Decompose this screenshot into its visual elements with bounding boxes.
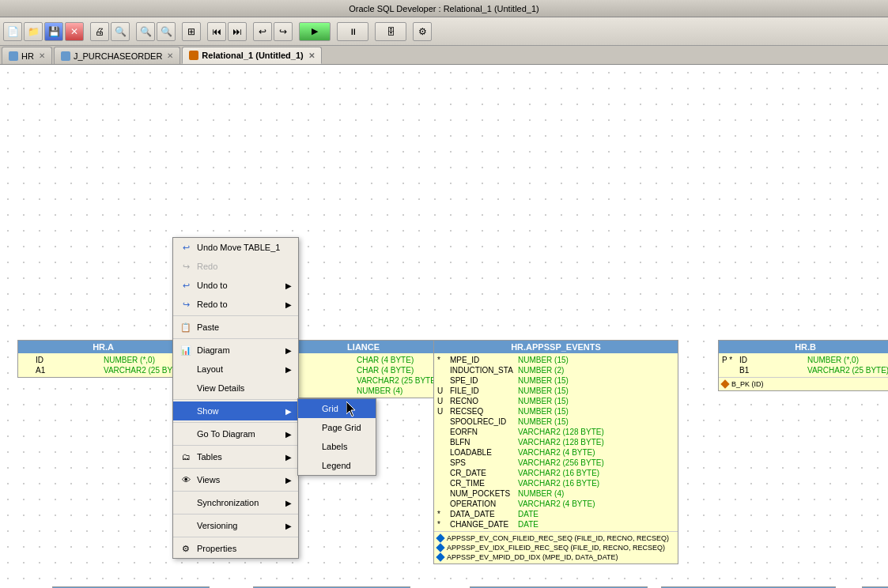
ctx-view-details[interactable]: View Details (173, 379, 298, 398)
table-row: VARCHAR2 (25 BYTE) (289, 375, 438, 386)
ctx-undo-move[interactable]: ↩ Undo Move TABLE_1 (173, 238, 298, 257)
undo-btn[interactable]: ↩ (253, 22, 272, 41)
redo-icon: ↪ (179, 260, 192, 273)
tab-hr-icon (9, 51, 18, 61)
table-row: B1 VARCHAR2 (25 BYTE) (722, 365, 888, 375)
tab-relational1[interactable]: Relational_1 (Untitled_1) ✕ (182, 47, 321, 64)
find-btn[interactable]: 🔍 (111, 22, 130, 41)
redo-to-arrow: ▶ (285, 300, 292, 309)
table-hr-b-footer: B_PK (ID) (719, 377, 888, 390)
submenu-page-grid-label: Page Grid (322, 423, 361, 432)
table-hr-b-header: HR.B (719, 341, 888, 353)
ctx-paste[interactable]: 📋 Paste (173, 318, 298, 337)
ctx-sep-5 (173, 445, 298, 446)
ctx-versioning-label: Versioning (197, 521, 237, 530)
submenu-grid[interactable]: Grid (298, 399, 376, 418)
grid-check-icon (304, 402, 317, 415)
paste-icon: 📋 (179, 321, 192, 334)
extra-btn[interactable]: ⚙ (413, 22, 432, 41)
forward-btn[interactable]: ⏭ (228, 22, 247, 41)
ctx-show[interactable]: Show ▶ (173, 401, 298, 420)
ctx-sep-9 (173, 537, 298, 537)
show-icon (179, 405, 192, 417)
table-hr-a-body: ID NUMBER (*,0) A1 VARCHAR2 (25 BYTE) (18, 353, 188, 377)
show-arrow: ▶ (285, 407, 292, 416)
submenu-labels[interactable]: Labels (298, 437, 376, 456)
new-btn[interactable]: 📄 (3, 22, 22, 41)
ctx-tables-label: Tables (197, 452, 222, 462)
submenu-legend[interactable]: Legend (298, 456, 376, 475)
views-icon: 👁 (179, 473, 192, 486)
table-row: SPOOLREC_ID NUMBER (15) (437, 416, 675, 427)
table-row: OPERATION VARCHAR2 (4 BYTE) (437, 499, 675, 509)
back-btn[interactable]: ⏮ (207, 22, 226, 41)
ctx-view-details-label: View Details (197, 383, 244, 393)
ctx-go-to-diagram[interactable]: Go To Diagram ▶ (173, 424, 298, 443)
ctx-layout[interactable]: Layout ▶ (173, 360, 298, 379)
table-appssp-events[interactable]: HR.APPSSP_EVENTS * MPE_ID NUMBER (15) IN… (433, 340, 678, 564)
table-liance[interactable]: LIANCE CHAR (4 BYTE) CHAR (4 BYTE) VARCH… (285, 340, 442, 398)
submenu-page-grid[interactable]: Page Grid (298, 418, 376, 437)
table-row: CHAR (4 BYTE) (289, 355, 438, 365)
ctx-redo-label: Redo (197, 262, 217, 271)
undo-icon: ↩ (179, 241, 192, 254)
go-to-diagram-arrow: ▶ (285, 430, 292, 439)
ctx-redo-to-label: Redo to (197, 300, 228, 309)
debug-btn[interactable]: ⏸ (337, 22, 368, 41)
table-appssp-header: HR.APPSSP_EVENTS (434, 341, 678, 353)
table-hr-b-body: P * ID NUMBER (*,0) B1 VARCHAR2 (25 BYTE… (719, 353, 888, 377)
zoom-in-btn[interactable]: 🔍 (136, 22, 155, 41)
ctx-versioning[interactable]: Versioning ▶ (173, 516, 298, 535)
tab-hr[interactable]: HR ✕ (2, 47, 52, 64)
versioning-arrow: ▶ (285, 522, 292, 530)
undo-to-icon: ↩ (179, 279, 192, 292)
context-menu: ↩ Undo Move TABLE_1 ↪ Redo ↩ Undo to ▶ ↪… (172, 237, 299, 559)
ctx-views[interactable]: 👁 Views ▶ (173, 470, 298, 489)
table-row: CR_TIME VARCHAR2 (16 BYTE) (437, 478, 675, 488)
table-row: EORFN VARCHAR2 (128 BYTE) (437, 427, 675, 437)
ctx-sep-1 (173, 315, 298, 316)
table-liance-body: CHAR (4 BYTE) CHAR (4 BYTE) VARCHAR2 (25… (285, 353, 441, 398)
tab-hr-close[interactable]: ✕ (39, 51, 45, 60)
zoom-out-btn[interactable]: 🔍 (157, 22, 176, 41)
table-row: * DATA_DATE DATE (437, 509, 675, 519)
ctx-undo-to[interactable]: ↩ Undo to ▶ (173, 276, 298, 295)
tab-jpurchaseorder[interactable]: J_PURCHASEORDER ✕ (54, 47, 180, 64)
run-btn[interactable]: ▶ (299, 22, 331, 41)
redo-btn[interactable]: ↪ (274, 22, 293, 41)
table-row: A1 VARCHAR2 (25 BYTE) (21, 365, 185, 375)
layout-icon (179, 363, 192, 375)
table-row: INDUCTION_STA NUMBER (2) (437, 365, 675, 375)
title-bar: Oracle SQL Developer : Relational_1 (Unt… (0, 0, 888, 17)
ctx-layout-label: Layout (197, 364, 223, 374)
table-liance-header: LIANCE (285, 341, 441, 353)
ctx-sep-3 (173, 399, 298, 400)
tab-relational1-close[interactable]: ✕ (308, 51, 315, 60)
table-hr-a-header: HR.A (18, 341, 188, 353)
grid-btn[interactable]: ⊞ (182, 22, 201, 41)
tab-bar: HR ✕ J_PURCHASEORDER ✕ Relational_1 (Unt… (0, 46, 888, 65)
save-btn[interactable]: 💾 (44, 22, 63, 41)
ctx-diagram[interactable]: 📊 Diagram ▶ (173, 341, 298, 360)
close-btn[interactable]: ✕ (65, 22, 84, 41)
ctx-redo-to[interactable]: ↪ Redo to ▶ (173, 295, 298, 314)
tables-icon: 🗂 (179, 450, 192, 463)
synchronization-arrow: ▶ (285, 499, 292, 507)
ctx-tables[interactable]: 🗂 Tables ▶ (173, 447, 298, 466)
table-hr-a[interactable]: HR.A ID NUMBER (*,0) A1 VARCHAR2 (25 BYT… (17, 340, 189, 378)
print-btn[interactable]: 🖨 (90, 22, 109, 41)
ctx-synchronization[interactable]: Synchronization ▶ (173, 493, 298, 512)
view-details-icon (179, 382, 192, 394)
ctx-redo[interactable]: ↪ Redo (173, 257, 298, 276)
tab-jpurchaseorder-close[interactable]: ✕ (167, 51, 173, 60)
table-row: * CHANGE_DATE DATE (437, 519, 675, 530)
ctx-paste-label: Paste (197, 322, 219, 332)
open-btn[interactable]: 📁 (24, 22, 43, 41)
table-hr-b[interactable]: HR.B P * ID NUMBER (*,0) B1 VARCHAR2 (25… (718, 340, 888, 391)
table-row: SPS VARCHAR2 (256 BYTE) (437, 458, 675, 468)
db-btn[interactable]: 🗄 (375, 22, 406, 41)
ctx-properties[interactable]: ⚙ Properties (173, 539, 298, 558)
table-row: NUM_POCKETS NUMBER (4) (437, 488, 675, 499)
diagram-canvas[interactable]: HR.A ID NUMBER (*,0) A1 VARCHAR2 (25 BYT… (0, 65, 888, 588)
diagram-arrow: ▶ (285, 346, 292, 355)
